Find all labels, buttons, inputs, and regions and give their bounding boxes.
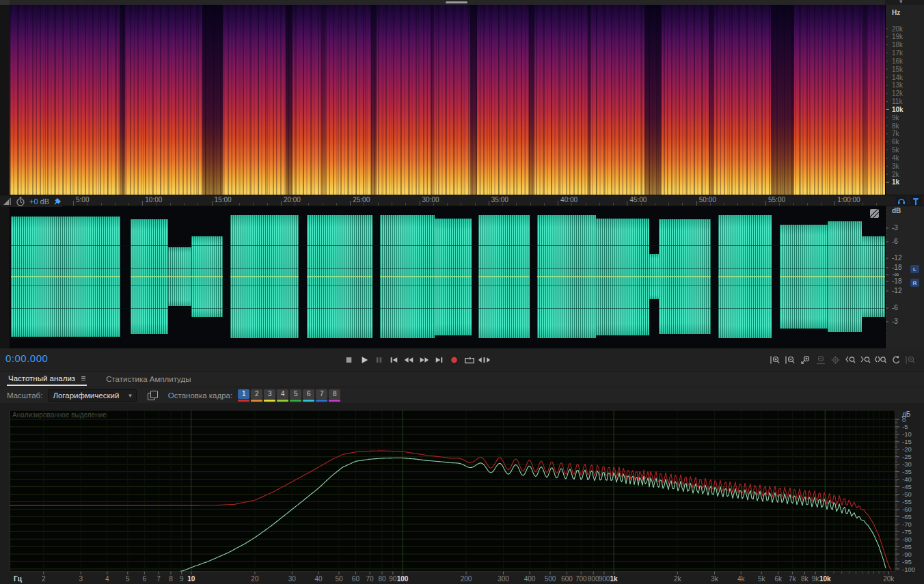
spectrogram-silence-gap: [321, 5, 325, 195]
waveform-segment[interactable]: [718, 215, 772, 339]
record-icon: [447, 356, 461, 364]
ruler-minor-tick: [253, 203, 254, 206]
ruler-major-tick: [627, 201, 627, 206]
gain-value[interactable]: +0: [29, 197, 38, 206]
spectrogram-silence-gap: [286, 5, 293, 195]
waveform-segment[interactable]: [596, 219, 649, 335]
tab-frequency-analysis[interactable]: Частотный анализ ≡: [7, 372, 87, 387]
zoom-in-right-selection-button[interactable]: [858, 353, 872, 367]
waveform-segment[interactable]: [828, 221, 862, 332]
overview-scrollbar-grip[interactable]: [446, 1, 467, 3]
waveform-segment[interactable]: [537, 215, 596, 339]
skip-to-end-button[interactable]: [432, 352, 446, 367]
spectrogram-silence-gap: [431, 5, 434, 195]
clock-icon[interactable]: [16, 197, 25, 206]
analysis-controls: Масштаб: Логарифмический ▾ Остановка кад…: [0, 387, 924, 403]
zoom-in-full-button[interactable]: [768, 353, 782, 367]
ruler-minor-tick: [308, 203, 309, 206]
loop-playback-icon: [462, 356, 476, 365]
ruler-major-tick: [142, 201, 143, 206]
svg-text:100: 100: [397, 575, 409, 583]
ruler-major-tick: [350, 201, 351, 206]
fast-forward-button[interactable]: [417, 352, 431, 367]
hold-chip-6[interactable]: 6: [303, 389, 314, 402]
spectrogram-silence-gap: [371, 5, 377, 195]
play-button[interactable]: [357, 352, 371, 367]
waveform-segment[interactable]: [478, 215, 530, 339]
ruler-major-tick: [73, 201, 74, 206]
svg-text:-65: -65: [902, 513, 912, 520]
pin-playhead-icon: [912, 197, 919, 206]
hold-chip-8[interactable]: 8: [329, 389, 340, 402]
waveform-segment[interactable]: [862, 236, 885, 317]
scale-select[interactable]: Логарифмический ▾: [48, 389, 136, 402]
hold-chip-4[interactable]: 4: [277, 389, 288, 402]
time-display[interactable]: 0:00.000: [5, 352, 48, 364]
spectrogram-silence-gap: [120, 5, 125, 195]
copy-to-clipboard-button[interactable]: [148, 391, 157, 400]
waveform-canvas[interactable]: [10, 206, 885, 348]
hold-chip-7[interactable]: 7: [316, 389, 327, 402]
ruler-major-tick: [212, 201, 213, 206]
gain-hotspot[interactable]: +0 dB: [29, 197, 49, 206]
waveform-segment[interactable]: [131, 219, 168, 333]
audition-editor-window: ▾ Hz20k19k18k17k16k15k14k13k12k11k10k9k8…: [0, 0, 924, 584]
waveform-segment[interactable]: [230, 215, 299, 339]
waveform-segment[interactable]: [780, 225, 828, 329]
rewind-button[interactable]: [402, 352, 416, 367]
svg-text:800: 800: [588, 575, 599, 583]
svg-text:5: 5: [126, 575, 130, 583]
frequency-plot-canvas[interactable]: Гц23456789102030405060708090100200300400…: [10, 410, 895, 584]
loop-playback-button[interactable]: [462, 352, 476, 367]
panel-resize-icon[interactable]: [870, 209, 879, 218]
hold-chip-2[interactable]: 2: [251, 389, 262, 402]
ruler-minor-tick: [586, 203, 586, 206]
waveform-segment[interactable]: [307, 215, 372, 339]
waveform-segment[interactable]: [659, 219, 711, 333]
waveform-segment[interactable]: [168, 247, 191, 306]
waveform-segment[interactable]: [435, 219, 472, 335]
waveform-segment[interactable]: [380, 215, 435, 339]
zoom-reset-button[interactable]: [828, 353, 842, 367]
hold-chip-3[interactable]: 3: [264, 389, 275, 402]
record-button[interactable]: [447, 352, 461, 367]
frequency-plot[interactable]: Анализированное выделение Гц234567891020…: [10, 403, 895, 584]
headphones-button[interactable]: [895, 196, 907, 206]
svg-text:11k: 11k: [892, 98, 903, 105]
ruler-minor-tick: [267, 203, 268, 206]
hold-chip-color: [251, 400, 262, 402]
skip-to-start-button[interactable]: [387, 352, 401, 367]
waveform-segment[interactable]: [11, 217, 120, 337]
zoom-out-full-button[interactable]: [783, 353, 797, 367]
volume-fader-icon[interactable]: [3, 197, 12, 206]
timeline-ruler[interactable]: +0 dB 5:0010:0015:0020:002: [0, 195, 924, 206]
zoom-in-left-selection-button[interactable]: [843, 353, 857, 367]
ruler-minor-tick: [405, 203, 406, 206]
zoom-vertical-button[interactable]: [903, 353, 917, 367]
stop-button[interactable]: [342, 352, 356, 367]
pin-playhead-button[interactable]: [910, 196, 921, 206]
skip-cursor-button[interactable]: [477, 352, 491, 367]
svg-text:1k: 1k: [610, 575, 619, 583]
ruler-minor-tick: [198, 203, 198, 206]
spectrogram-canvas[interactable]: [10, 5, 885, 195]
panel-dropdown-icon[interactable]: ▾: [899, 0, 903, 5]
pin-hud-icon[interactable]: [53, 197, 62, 206]
zoom-selection-range-button[interactable]: [873, 353, 887, 367]
hold-chip-1[interactable]: 1: [238, 389, 249, 402]
waveform-segment[interactable]: [191, 236, 223, 317]
channel-right-badge[interactable]: R: [910, 279, 919, 287]
overview-scrollbar[interactable]: ▾: [0, 0, 924, 5]
svg-text:-5: -5: [902, 423, 908, 430]
zoom-out-selection-button[interactable]: [813, 353, 827, 367]
waveform-segment[interactable]: [649, 254, 659, 300]
panel-menu-icon[interactable]: ≡: [81, 374, 85, 383]
channel-left-badge[interactable]: L: [910, 265, 919, 273]
ruler-minor-tick: [710, 203, 711, 206]
tab-amplitude-statistics[interactable]: Статистика Амплитуды: [105, 373, 192, 387]
restore-zoom-button[interactable]: [888, 353, 902, 367]
hold-chip-5[interactable]: 5: [290, 389, 301, 402]
ruler-minor-tick: [170, 203, 171, 206]
zoom-to-selection-button[interactable]: [798, 353, 812, 367]
pause-button[interactable]: [372, 352, 386, 367]
